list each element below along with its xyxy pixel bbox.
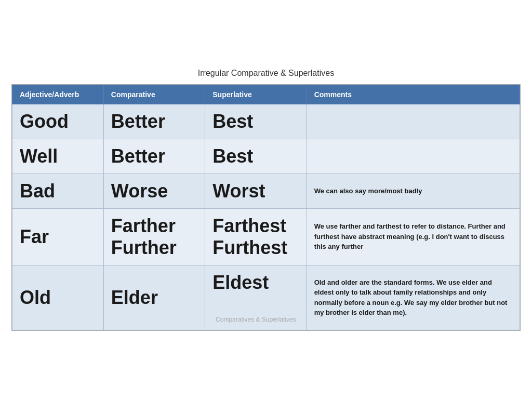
cell-adjective: Far	[12, 208, 104, 265]
cell-comments	[307, 139, 520, 174]
header-comments: Comments	[307, 85, 520, 104]
cell-superlative: Worst	[205, 174, 307, 208]
cell-comparative: Worse	[103, 174, 205, 208]
cell-adjective: Old	[12, 265, 104, 330]
adjective-word: Old	[20, 287, 51, 308]
cell-adjective: Well	[12, 139, 104, 174]
cell-comparative: FartherFurther	[103, 208, 205, 265]
table-row: Far FartherFurther FarthestFurthest We u…	[12, 208, 520, 265]
adjective-word: Well	[20, 145, 58, 167]
table-row: Bad Worse Worst We can also say more/mos…	[12, 174, 520, 208]
table-row: Good Better Best	[12, 104, 520, 139]
cell-superlative: Best	[205, 139, 307, 174]
footer-watermark: Comparatives & Superlatives	[216, 316, 296, 323]
cell-comparative: Elder	[103, 265, 205, 330]
cell-comparative: Better	[103, 104, 205, 139]
superlative-word: Eldest	[212, 272, 269, 293]
header-adjective: Adjective/Adverb	[12, 85, 104, 104]
comparative-word: Elder	[111, 287, 158, 308]
comment-text: Old and older are the standard forms. We…	[314, 278, 508, 317]
superlative-word: Best	[212, 145, 253, 167]
main-table: Adjective/Adverb Comparative Superlative…	[12, 85, 520, 330]
cell-comments: We use farther and farthest to refer to …	[307, 208, 520, 265]
page-title: Irregular Comparative & Superlatives	[198, 69, 334, 78]
comparative-word: Better	[111, 111, 165, 132]
header-superlative: Superlative	[205, 85, 307, 104]
cell-comparative: Better	[103, 139, 205, 174]
adjective-word: Good	[20, 111, 69, 132]
table-row: Well Better Best	[12, 139, 520, 174]
superlative-word: Best	[212, 111, 253, 132]
adjective-word: Bad	[20, 180, 55, 202]
cell-comments: Old and older are the standard forms. We…	[307, 265, 520, 330]
superlative-word: FarthestFurthest	[212, 215, 287, 258]
adjective-word: Far	[20, 226, 49, 247]
table-header: Adjective/Adverb Comparative Superlative…	[12, 85, 520, 104]
cell-adjective: Bad	[12, 174, 104, 208]
cell-comments: We can also say more/most badly	[307, 174, 520, 208]
cell-superlative: FarthestFurthest	[205, 208, 307, 265]
comparative-word: Better	[111, 145, 165, 167]
table-row: Old Elder Eldest Comparatives & Superlat…	[12, 265, 520, 330]
cell-adjective: Good	[12, 104, 104, 139]
comment-text: We can also say more/most badly	[314, 187, 422, 195]
comment-text: We use farther and farthest to refer to …	[314, 222, 506, 250]
header-comparative: Comparative	[103, 85, 205, 104]
comparative-word: Worse	[111, 180, 168, 202]
table-wrapper: Adjective/Adverb Comparative Superlative…	[11, 84, 521, 331]
cell-comments	[307, 104, 520, 139]
superlative-word: Worst	[212, 180, 265, 202]
comparative-word: FartherFurther	[111, 215, 177, 258]
cell-superlative: Eldest Comparatives & Superlatives	[205, 265, 307, 330]
cell-superlative: Best	[205, 104, 307, 139]
table-body: Good Better Best Well Better	[12, 104, 520, 330]
